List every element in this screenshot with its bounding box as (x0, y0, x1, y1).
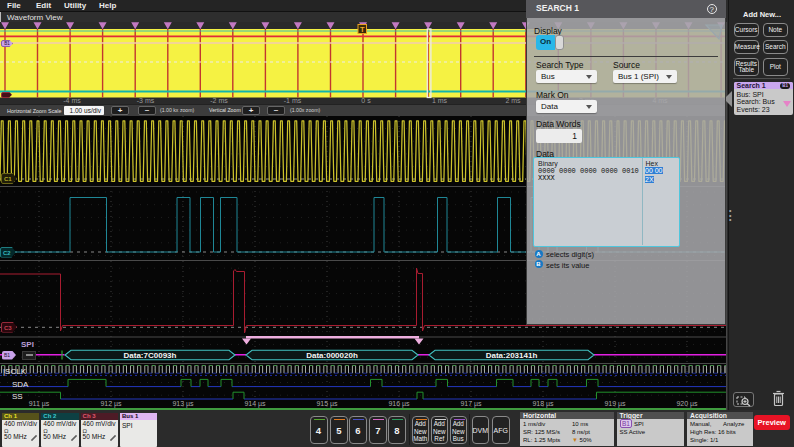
svg-text:Data:203141h: Data:203141h (486, 351, 538, 360)
svg-text:Data:000020h: Data:000020h (306, 351, 358, 360)
svg-text:T: T (360, 25, 365, 34)
svg-text:Data:7C0093h: Data:7C0093h (124, 351, 177, 360)
